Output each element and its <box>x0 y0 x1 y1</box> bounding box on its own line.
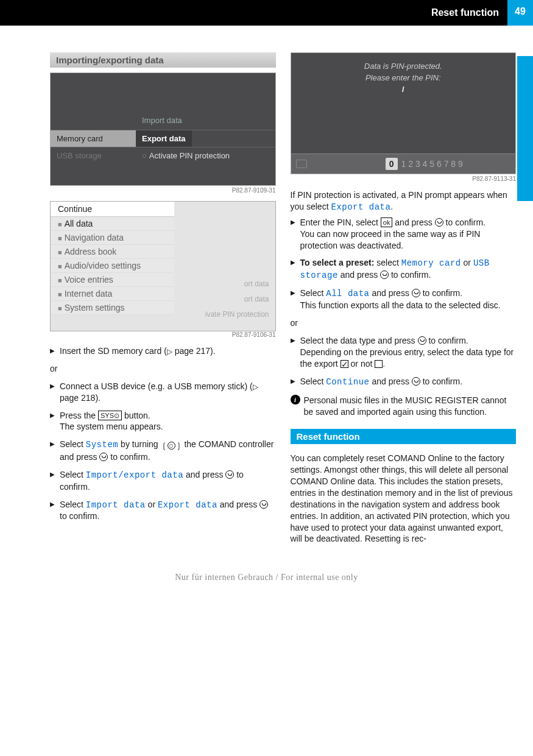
left-column: Importing/exporting data Import data Mem… <box>50 52 276 548</box>
sys-key: SYS⊙ <box>98 411 122 420</box>
right-column: Data is PIN-protected. Please enter the … <box>291 52 517 548</box>
digits-rest: 1 2 3 4 5 6 7 8 9 <box>401 159 463 169</box>
page-number: 49 <box>507 0 533 26</box>
internal-use-footer: Nur für internen Gebrauch / For internal… <box>0 573 533 582</box>
or-separator: or <box>50 363 276 375</box>
menu-item-import-data: Import data <box>51 116 275 130</box>
knob-icon <box>418 336 426 345</box>
right-steps-2: Select the data type and press to confir… <box>291 335 517 388</box>
step-insert-sd: Insert the SD memory card (▷ page 217). <box>50 345 276 357</box>
header-title: Reset function <box>431 7 507 18</box>
section-heading-import-export: Importing/exporting data <box>50 52 276 68</box>
screenshot-data-type-list: Continue ■All data ■Navigation data ■Add… <box>50 201 276 331</box>
pin-intro-para: If PIN protection is activated, a PIN pr… <box>291 189 517 213</box>
page-header: Reset function 49 <box>0 0 533 26</box>
digit-0: 0 <box>386 158 398 170</box>
list-item-continue: Continue <box>51 202 174 217</box>
ok-key: ok <box>381 217 393 227</box>
checkbox-on-icon <box>341 360 348 368</box>
step-select-all-data-result: This function exports all the data to th… <box>300 300 517 311</box>
list-item-system-settings: ■System settingsivate PIN protection <box>51 301 174 315</box>
screenshot-pin-prompt: Data is PIN-protected. Please enter the … <box>291 52 517 174</box>
figure-code-1: P82.87-9109-31 <box>50 187 276 194</box>
reset-paragraph: You can completely reset COMAND Online t… <box>291 453 517 545</box>
step-select-datatype: Select the data type and press to confir… <box>291 335 517 370</box>
step-connect-usb: Connect a USB device (e.g. a USB memory … <box>50 381 276 404</box>
keyboard-icon <box>296 160 307 168</box>
dial-icon: ❲❳ <box>161 440 182 451</box>
left-steps: Insert the SD memory card (▷ page 217). <box>50 345 276 357</box>
figure-code-2: P82.87-9106-31 <box>50 331 276 338</box>
list-item-voice: ■Voice entriesort data <box>51 273 174 287</box>
pin-line2: Please enter the PIN: <box>291 73 516 82</box>
pin-number-row: 0 1 2 3 4 5 6 7 8 9 <box>291 154 516 174</box>
menu-item-memory-card: Memory card <box>51 130 136 147</box>
list-item-all-data: ■All data <box>51 217 174 231</box>
step-select-continue: Select Continue and press to confirm. <box>291 376 517 388</box>
knob-icon <box>412 377 420 386</box>
pin-cursor: / <box>291 85 516 94</box>
step-select-import-or-export: Select Import data or Export data and pr… <box>50 499 276 523</box>
step-select-import-export: Select Import/export data and press to c… <box>50 469 276 493</box>
knob-icon <box>412 289 420 297</box>
page-body: Importing/exporting data Import data Mem… <box>0 26 533 560</box>
or-separator-right: or <box>291 317 517 329</box>
menu-item-usb-storage: USB storage <box>51 147 136 164</box>
step-select-datatype-detail: Depending on the previous entry, select … <box>300 347 517 370</box>
menu-item-activate-pin: ○Activate PIN protection <box>136 147 236 164</box>
knob-icon <box>99 453 108 461</box>
step-press-sys-result: The system menu appears. <box>60 421 276 433</box>
knob-icon <box>225 470 234 479</box>
list-item-navigation: ■Navigation data <box>51 231 174 245</box>
left-steps-2: Connect a USB device (e.g. a USB memory … <box>50 381 276 523</box>
step-select-system: Select System by turning ❲❳ the COMAND c… <box>50 439 276 462</box>
step-press-sys: Press the SYS⊙ button. The system menu a… <box>50 410 276 433</box>
menu-item-export-data: Export data <box>136 130 192 147</box>
figure-code-3: P82.87-9113-31 <box>291 175 517 182</box>
step-enter-pin-result: You can now proceed in the same way as i… <box>300 228 517 252</box>
side-tab-highlight <box>517 56 533 201</box>
screenshot-import-export-menu: Import data Memory card Export data USB … <box>50 72 276 186</box>
list-item-address-book: ■Address book <box>51 245 174 259</box>
knob-icon <box>259 500 268 509</box>
list-item-audio-video: ■Audio/video settings <box>51 259 174 273</box>
knob-icon <box>435 218 443 227</box>
step-select-all-data: Select All data and press to confirm. Th… <box>291 288 517 311</box>
pin-line1: Data is PIN-protected. <box>291 62 516 71</box>
list-item-internet: ■Internet dataort data <box>51 287 174 301</box>
section-heading-reset: Reset function <box>291 429 517 444</box>
step-enter-pin: Enter the PIN, select ok and press to co… <box>291 217 517 252</box>
knob-icon <box>380 270 389 279</box>
checkbox-off-icon <box>375 360 383 368</box>
step-select-preset: To select a preset: select Memory card o… <box>291 257 517 281</box>
info-music-register: Personal music files in the MUSIC REGIST… <box>291 395 517 418</box>
right-steps: Enter the PIN, select ok and press to co… <box>291 217 517 311</box>
